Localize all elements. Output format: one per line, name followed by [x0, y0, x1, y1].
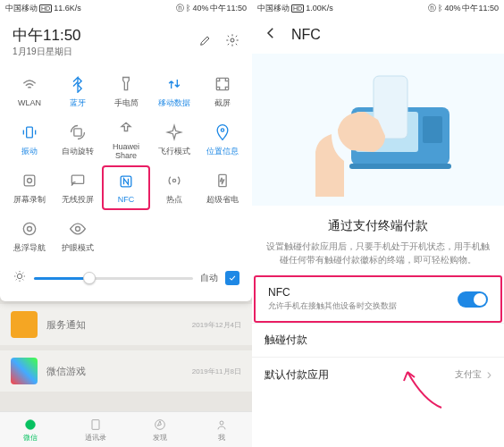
back-icon[interactable]	[263, 25, 279, 45]
phone-left: 服务通知 2019年12月4日 微信游戏 2019年11月8日 微信 通讯录	[0, 0, 252, 447]
svg-point-18	[17, 274, 21, 278]
default-app-row[interactable]: 默认付款应用 支付宝 ›	[252, 357, 504, 392]
list-item: 服务通知 2019年12月4日	[0, 304, 252, 345]
nfc-status-icon: ⓝ	[176, 3, 184, 14]
nfc-icon	[116, 172, 136, 191]
tile-label: 自动旋转	[62, 146, 94, 157]
service-icon	[11, 311, 38, 338]
nav-label: 微信	[23, 433, 38, 443]
nfc-toggle[interactable]	[458, 291, 488, 308]
floatnav-icon	[20, 219, 39, 239]
qs-tile-bluetooth[interactable]: 蓝牙	[54, 69, 102, 114]
tile-label: 屏幕录制	[13, 194, 46, 206]
slider-thumb[interactable]	[83, 272, 96, 284]
svg-point-8	[221, 128, 223, 131]
share-icon	[116, 119, 136, 139]
svg-rect-22	[349, 164, 451, 169]
nfc-toggle-row[interactable]: NFC 允许手机在接触其他设备时交换数据	[254, 275, 502, 323]
nav-label: 发现	[153, 433, 167, 443]
screenshot-icon	[213, 74, 232, 94]
bluetooth-status-icon: ᛒ	[438, 4, 442, 13]
qs-tile-wifi[interactable]: WLAN	[5, 69, 54, 114]
tile-label: 无线投屏	[62, 194, 94, 206]
brightness-slider[interactable]	[34, 277, 193, 280]
row-title: 默认付款应用	[265, 367, 455, 383]
tile-label: 截屏	[214, 97, 231, 109]
settings-header: NFC	[252, 16, 504, 54]
bluetooth-icon	[68, 74, 88, 94]
qs-tile-data[interactable]: 移动数据	[150, 69, 198, 114]
qs-tile-hotspot[interactable]: 热点	[150, 165, 198, 210]
svg-point-0	[26, 419, 36, 429]
row-title: 服务通知	[46, 318, 86, 332]
qs-tile-floatnav[interactable]: 悬浮导航	[5, 214, 54, 258]
qs-tile-cast[interactable]: 无线投屏	[54, 165, 102, 210]
qs-header: 中午11:50 1月19日星期日	[0, 16, 252, 63]
svg-point-4	[231, 38, 234, 42]
nav-label: 我	[218, 433, 225, 443]
tile-label: Huawei Share	[102, 142, 150, 160]
net-speed: 1.00K/s	[306, 4, 333, 13]
qs-tile-eye[interactable]: 护眼模式	[54, 214, 102, 258]
qs-tile-share[interactable]: Huawei Share	[102, 117, 150, 162]
qs-tile-screenshot[interactable]: 截屏	[198, 69, 247, 114]
qs-tile-airplane[interactable]: 飞行模式	[150, 117, 198, 162]
wifi-icon	[20, 75, 39, 95]
svg-rect-1	[92, 419, 99, 429]
data-icon	[164, 74, 184, 94]
nav-me[interactable]: 我	[214, 417, 229, 443]
svg-point-3	[220, 421, 223, 425]
svg-point-16	[28, 226, 32, 231]
tile-label: 手电筒	[114, 97, 139, 109]
rotate-icon	[68, 122, 88, 142]
clock-label: 中午11:50	[462, 3, 499, 14]
row-title: 微信游戏	[46, 365, 86, 378]
page-title: NFC	[291, 27, 321, 43]
row-date: 2019年12月4日	[192, 320, 241, 330]
tile-label: 移动数据	[158, 97, 190, 109]
status-bar: 中国移动 HD 11.6K/s ⓝ ᛒ 40% 中午11:50	[0, 0, 252, 16]
qs-time: 中午11:50	[13, 25, 81, 46]
row-title: 触碰付款	[265, 333, 491, 348]
tile-label: 悬浮导航	[13, 242, 46, 254]
gear-icon[interactable]	[225, 33, 239, 51]
hd-icon: HD	[39, 4, 52, 13]
qs-tile-nfc[interactable]: NFC	[102, 165, 150, 210]
qs-tile-record[interactable]: 屏幕录制	[5, 165, 54, 210]
auto-brightness-label: 自动	[200, 272, 218, 284]
bluetooth-status-icon: ᛒ	[186, 4, 190, 13]
svg-rect-6	[27, 127, 33, 138]
desc-title: 通过支付终端付款	[266, 218, 490, 234]
edit-icon[interactable]	[198, 33, 213, 51]
cast-icon	[68, 171, 88, 190]
qs-tile-vibrate[interactable]: 振动	[5, 117, 54, 162]
auto-brightness-checkbox[interactable]	[225, 271, 239, 285]
hotspot-icon	[164, 171, 184, 190]
nav-contacts[interactable]: 通讯录	[85, 417, 106, 443]
background-list: 服务通知 2019年12月4日 微信游戏 2019年11月8日	[0, 304, 252, 418]
svg-rect-5	[216, 78, 228, 89]
svg-rect-21	[423, 116, 442, 143]
nav-wechat[interactable]: 微信	[23, 417, 38, 443]
flashlight-icon	[116, 74, 136, 94]
brightness-icon	[13, 269, 27, 287]
row-title: NFC	[268, 286, 458, 299]
qs-date: 1月19日星期日	[13, 46, 81, 58]
chevron-right-icon: ›	[487, 367, 491, 383]
tap-pay-row[interactable]: 触碰付款	[252, 323, 504, 357]
qs-tile-flashlight[interactable]: 手电筒	[102, 69, 150, 114]
qs-tile-rotate[interactable]: 自动旋转	[54, 117, 102, 162]
tile-label: WLAN	[18, 98, 41, 107]
carrier-label: 中国移动	[5, 3, 38, 14]
svg-point-10	[28, 178, 32, 182]
qs-tile-powersave[interactable]: 超级省电	[198, 165, 247, 210]
brightness-row: 自动	[0, 262, 252, 294]
powersave-icon	[213, 171, 232, 190]
svg-rect-14	[219, 174, 226, 186]
nav-discover[interactable]: 发现	[153, 417, 167, 443]
tile-label: 位置信息	[206, 146, 239, 157]
row-value: 支付宝	[455, 368, 482, 381]
qs-tile-location[interactable]: 位置信息	[198, 117, 247, 162]
eye-icon	[68, 219, 88, 239]
nav-label: 通讯录	[85, 433, 106, 443]
